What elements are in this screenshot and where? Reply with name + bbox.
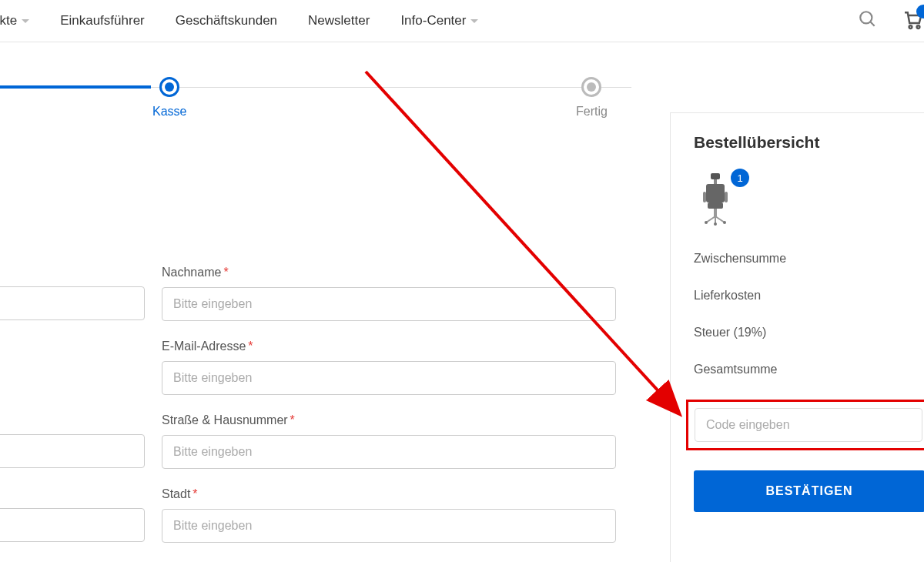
street-input[interactable] [162,435,616,469]
left-input-2[interactable] [0,434,145,468]
nav-label: Einkaufsführer [60,13,145,28]
lastname-label: Nachname* [162,266,616,279]
svg-rect-4 [711,173,720,179]
svg-point-3 [917,25,920,28]
svg-rect-7 [708,202,723,209]
svg-point-15 [723,221,726,224]
city-input[interactable] [162,509,616,543]
coupon-code-highlight [686,400,924,450]
chevron-down-icon [22,19,29,23]
nav-label: Newsletter [308,13,370,28]
svg-rect-8 [703,192,706,202]
quantity-badge: 1 [731,169,749,187]
svg-rect-6 [706,184,725,202]
svg-line-1 [870,22,874,25]
nav-label: Geschäftskunden [176,13,277,28]
shipping-row: Lieferkosten [694,289,924,303]
nav-label: Info-Center [400,13,466,28]
step-circle-inactive-icon [581,77,601,97]
checkout-form: Nachname* E-Mail-Adresse* Straße & Hausn… [0,266,639,562]
subtotal-row: Zwischensumme [694,252,924,266]
svg-rect-10 [714,209,717,216]
nav-label: ukte [0,13,17,28]
nav-item-products[interactable]: ukte [0,13,29,28]
email-label: E-Mail-Adresse* [162,340,616,353]
svg-rect-5 [714,179,717,184]
nav-item-newsletter[interactable]: Newsletter [308,13,370,28]
svg-rect-9 [725,192,728,202]
nav-item-geschaeftskunden[interactable]: Geschäftskunden [176,13,277,28]
city-label: Stadt* [162,487,616,501]
progress-line-active [0,85,151,89]
step-label: Fertig [576,105,608,119]
svg-point-16 [714,222,717,226]
step-fertig: Fertig [576,77,608,119]
svg-point-14 [705,221,708,224]
top-nav: ukte Einkaufsführer Geschäftskunden News… [0,0,924,42]
street-label: Straße & Hausnummer* [162,413,616,427]
svg-point-0 [860,12,872,23]
coupon-code-input[interactable] [695,408,922,442]
nav-items: ukte Einkaufsführer Geschäftskunden News… [0,13,478,28]
confirm-button[interactable]: BESTÄTIGEN [694,470,924,512]
step-label: Kasse [152,105,186,119]
search-icon[interactable] [858,9,878,32]
svg-line-11 [706,216,715,222]
nav-right [858,8,924,34]
svg-point-2 [909,25,912,28]
lastname-input[interactable] [162,287,616,321]
order-summary: Bestellübersicht 1 Zwischensumme Lieferk… [670,112,924,562]
cart-icon[interactable] [901,8,924,34]
tax-row: Steuer (19%) [694,326,924,340]
summary-title: Bestellübersicht [694,133,924,152]
nav-item-infocenter[interactable]: Info-Center [400,13,478,28]
nav-item-einkaufsfuehrer[interactable]: Einkaufsführer [60,13,145,28]
svg-line-12 [715,216,725,222]
chevron-down-icon [470,19,478,23]
firstname-input[interactable] [0,286,145,320]
step-circle-active-icon [159,77,179,97]
email-input[interactable] [162,361,616,395]
left-input-3[interactable] [0,508,145,542]
step-kasse: Kasse [152,77,186,119]
total-row: Gesamtsumme [694,363,924,376]
product-thumbnail[interactable]: 1 [694,172,737,226]
